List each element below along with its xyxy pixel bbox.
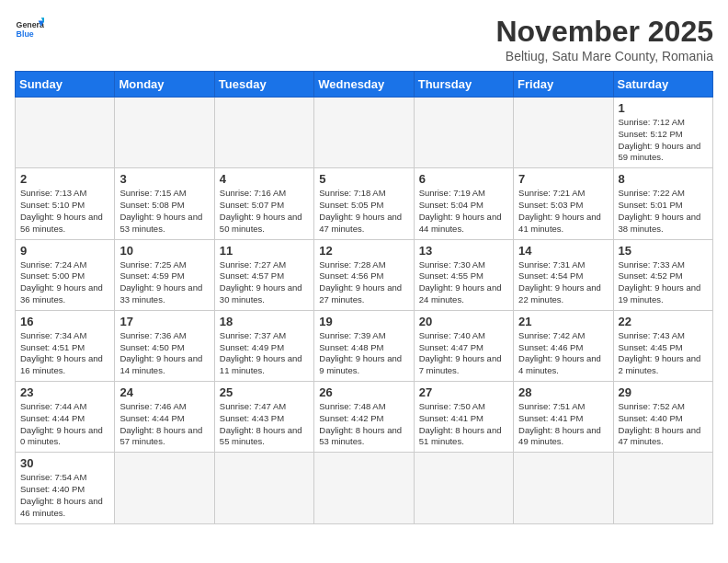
day-number: 1 (619, 101, 708, 115)
svg-text:Blue: Blue (17, 29, 34, 39)
day-info: Sunrise: 7:16 AM Sunset: 5:07 PM Dayligh… (220, 188, 309, 235)
day-info: Sunrise: 7:36 AM Sunset: 4:50 PM Dayligh… (119, 330, 209, 377)
calendar-cell (214, 453, 313, 523)
calendar-cell: 22Sunrise: 7:43 AM Sunset: 4:45 PM Dayli… (613, 310, 712, 381)
weekday-header-saturday: Saturday (613, 72, 712, 98)
location-subtitle: Beltiug, Satu Mare County, Romania (495, 49, 713, 63)
day-number: 30 (20, 456, 109, 470)
day-number: 20 (419, 315, 508, 328)
day-number: 11 (220, 244, 309, 258)
day-info: Sunrise: 7:48 AM Sunset: 4:42 PM Dayligh… (319, 401, 408, 448)
calendar-cell (414, 98, 513, 168)
calendar-cell: 9Sunrise: 7:24 AM Sunset: 5:00 PM Daylig… (16, 239, 115, 310)
calendar-cell: 12Sunrise: 7:28 AM Sunset: 4:56 PM Dayli… (314, 239, 414, 310)
day-number: 22 (619, 315, 708, 328)
calendar-cell (613, 453, 712, 523)
calendar-cell: 14Sunrise: 7:31 AM Sunset: 4:54 PM Dayli… (514, 239, 613, 310)
calendar-cell: 15Sunrise: 7:33 AM Sunset: 4:52 PM Dayli… (613, 239, 712, 310)
calendar-cell: 27Sunrise: 7:50 AM Sunset: 4:41 PM Dayli… (414, 382, 513, 453)
weekday-header-sunday: Sunday (16, 72, 115, 98)
page-header: General Blue November 2025 Beltiug, Satu… (15, 15, 713, 63)
calendar-cell: 21Sunrise: 7:42 AM Sunset: 4:46 PM Dayli… (514, 310, 613, 381)
day-info: Sunrise: 7:54 AM Sunset: 4:40 PM Dayligh… (20, 472, 109, 519)
day-info: Sunrise: 7:40 AM Sunset: 4:47 PM Dayligh… (419, 330, 508, 377)
calendar-cell: 19Sunrise: 7:39 AM Sunset: 4:48 PM Dayli… (314, 310, 414, 381)
week-row-1: 2Sunrise: 7:13 AM Sunset: 5:10 PM Daylig… (16, 168, 713, 239)
logo: General Blue (15, 15, 44, 44)
day-number: 24 (119, 385, 209, 399)
day-info: Sunrise: 7:47 AM Sunset: 4:43 PM Dayligh… (220, 401, 309, 448)
day-info: Sunrise: 7:24 AM Sunset: 5:00 PM Dayligh… (20, 259, 109, 306)
month-title: November 2025 (495, 15, 713, 49)
calendar-cell (314, 453, 414, 523)
calendar-cell: 3Sunrise: 7:15 AM Sunset: 5:08 PM Daylig… (115, 168, 214, 239)
day-info: Sunrise: 7:22 AM Sunset: 5:01 PM Dayligh… (619, 188, 708, 235)
calendar-cell: 30Sunrise: 7:54 AM Sunset: 4:40 PM Dayli… (16, 453, 115, 523)
weekday-header-tuesday: Tuesday (214, 72, 313, 98)
day-info: Sunrise: 7:44 AM Sunset: 4:44 PM Dayligh… (20, 401, 109, 448)
day-info: Sunrise: 7:42 AM Sunset: 4:46 PM Dayligh… (518, 330, 608, 377)
calendar-cell: 1Sunrise: 7:12 AM Sunset: 5:12 PM Daylig… (613, 98, 712, 168)
day-number: 10 (119, 244, 209, 258)
week-row-3: 16Sunrise: 7:34 AM Sunset: 4:51 PM Dayli… (16, 310, 713, 381)
calendar-cell: 23Sunrise: 7:44 AM Sunset: 4:44 PM Dayli… (16, 382, 115, 453)
calendar-cell: 11Sunrise: 7:27 AM Sunset: 4:57 PM Dayli… (214, 239, 313, 310)
day-info: Sunrise: 7:31 AM Sunset: 4:54 PM Dayligh… (518, 259, 608, 306)
calendar-cell (314, 98, 414, 168)
calendar-cell (16, 98, 115, 168)
day-info: Sunrise: 7:12 AM Sunset: 5:12 PM Dayligh… (619, 117, 708, 164)
day-number: 29 (619, 385, 708, 399)
calendar-cell: 7Sunrise: 7:21 AM Sunset: 5:03 PM Daylig… (514, 168, 613, 239)
day-number: 28 (518, 385, 608, 399)
day-info: Sunrise: 7:34 AM Sunset: 4:51 PM Dayligh… (20, 330, 109, 377)
week-row-0: 1Sunrise: 7:12 AM Sunset: 5:12 PM Daylig… (16, 98, 713, 168)
calendar-cell (214, 98, 313, 168)
calendar-cell: 8Sunrise: 7:22 AM Sunset: 5:01 PM Daylig… (613, 168, 712, 239)
calendar-cell (115, 453, 214, 523)
weekday-header-monday: Monday (115, 72, 214, 98)
day-number: 21 (518, 315, 608, 328)
day-info: Sunrise: 7:25 AM Sunset: 4:59 PM Dayligh… (119, 259, 209, 306)
day-info: Sunrise: 7:50 AM Sunset: 4:41 PM Dayligh… (419, 401, 508, 448)
weekday-header-row: SundayMondayTuesdayWednesdayThursdayFrid… (16, 72, 713, 98)
day-number: 15 (619, 244, 708, 258)
day-number: 6 (419, 172, 508, 186)
calendar-cell: 29Sunrise: 7:52 AM Sunset: 4:40 PM Dayli… (613, 382, 712, 453)
day-number: 2 (20, 172, 109, 186)
calendar-cell: 18Sunrise: 7:37 AM Sunset: 4:49 PM Dayli… (214, 310, 313, 381)
day-info: Sunrise: 7:18 AM Sunset: 5:05 PM Dayligh… (319, 188, 408, 235)
calendar-cell (514, 98, 613, 168)
calendar-cell: 24Sunrise: 7:46 AM Sunset: 4:44 PM Dayli… (115, 382, 214, 453)
calendar-table: SundayMondayTuesdayWednesdayThursdayFrid… (15, 71, 713, 524)
day-number: 3 (119, 172, 209, 186)
day-number: 13 (419, 244, 508, 258)
day-info: Sunrise: 7:21 AM Sunset: 5:03 PM Dayligh… (518, 188, 608, 235)
day-info: Sunrise: 7:30 AM Sunset: 4:55 PM Dayligh… (419, 259, 508, 306)
calendar-cell (115, 98, 214, 168)
day-info: Sunrise: 7:51 AM Sunset: 4:41 PM Dayligh… (518, 401, 608, 448)
calendar-cell: 25Sunrise: 7:47 AM Sunset: 4:43 PM Dayli… (214, 382, 313, 453)
day-number: 8 (619, 172, 708, 186)
calendar-cell (514, 453, 613, 523)
calendar-cell: 2Sunrise: 7:13 AM Sunset: 5:10 PM Daylig… (16, 168, 115, 239)
day-number: 19 (319, 315, 408, 328)
day-number: 4 (220, 172, 309, 186)
calendar-cell: 5Sunrise: 7:18 AM Sunset: 5:05 PM Daylig… (314, 168, 414, 239)
weekday-header-wednesday: Wednesday (314, 72, 414, 98)
day-number: 17 (119, 315, 209, 328)
day-number: 23 (20, 385, 109, 399)
day-number: 14 (518, 244, 608, 258)
logo-icon: General Blue (15, 15, 44, 44)
calendar-cell: 13Sunrise: 7:30 AM Sunset: 4:55 PM Dayli… (414, 239, 513, 310)
day-info: Sunrise: 7:15 AM Sunset: 5:08 PM Dayligh… (119, 188, 209, 235)
week-row-4: 23Sunrise: 7:44 AM Sunset: 4:44 PM Dayli… (16, 382, 713, 453)
calendar-cell: 4Sunrise: 7:16 AM Sunset: 5:07 PM Daylig… (214, 168, 313, 239)
day-info: Sunrise: 7:19 AM Sunset: 5:04 PM Dayligh… (419, 188, 508, 235)
week-row-2: 9Sunrise: 7:24 AM Sunset: 5:00 PM Daylig… (16, 239, 713, 310)
title-block: November 2025 Beltiug, Satu Mare County,… (495, 15, 713, 63)
day-info: Sunrise: 7:39 AM Sunset: 4:48 PM Dayligh… (319, 330, 408, 377)
day-info: Sunrise: 7:27 AM Sunset: 4:57 PM Dayligh… (220, 259, 309, 306)
day-number: 27 (419, 385, 508, 399)
day-number: 5 (319, 172, 408, 186)
day-info: Sunrise: 7:37 AM Sunset: 4:49 PM Dayligh… (220, 330, 309, 377)
